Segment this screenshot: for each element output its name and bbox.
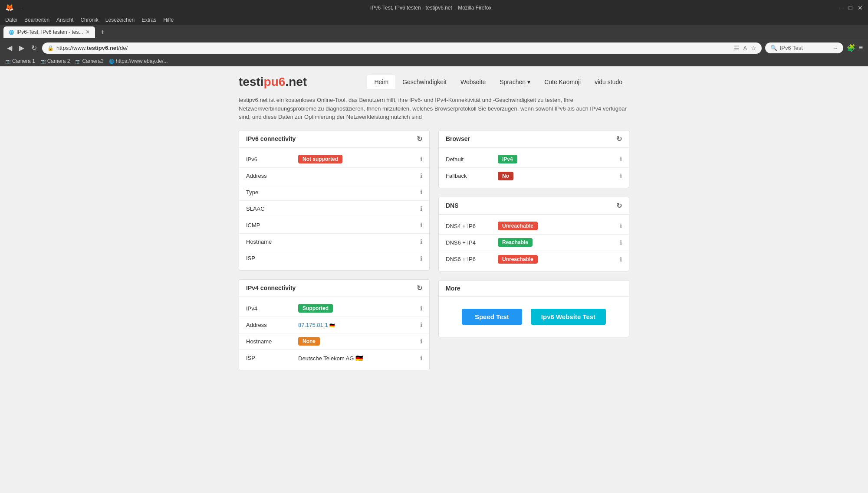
ipv6-refresh-button[interactable]: ↻ — [417, 135, 422, 143]
ipv4-badge: Supported — [298, 304, 333, 313]
nav-webseite[interactable]: Webseite — [454, 75, 493, 89]
address-bar[interactable]: 🔒 https://www.testipv6.net/de/ ☰ A ☆ — [42, 42, 762, 54]
ipv6-website-test-button[interactable]: Ipv6 Website Test — [531, 309, 606, 325]
ipv4-address-value: 87.175.81.1 🇩🇪 — [298, 322, 420, 328]
minimize-button[interactable]: ─ — [839, 4, 844, 11]
ipv6-type-label: Type — [246, 189, 298, 196]
logo-text: testi — [239, 75, 264, 88]
ipv6-label: IPv6 — [246, 156, 298, 163]
ipv4-address-row: Address 87.175.81.1 🇩🇪 ℹ — [239, 317, 429, 333]
browser-default-label: Default — [446, 156, 498, 163]
reader-view-icon[interactable]: ☰ — [734, 45, 740, 52]
browser-card: Browser ↻ Default IPv4 ℹ Fallback No — [438, 130, 629, 188]
active-tab[interactable]: 🌐 IPv6-Test, IPv6 testen - tes... ✕ — [3, 26, 95, 38]
ipv6-slaac-help-icon[interactable]: ℹ — [420, 205, 422, 212]
ipv6-address-help-icon[interactable]: ℹ — [420, 172, 422, 179]
bookmark-ebay[interactable]: 🌐 https://www.ebay.de/... — [109, 58, 168, 64]
search-bar[interactable]: 🔍 IPv6 Test → — [765, 42, 843, 53]
ipv6-help-icon[interactable]: ℹ — [420, 156, 422, 163]
site-nav: Heim Geschwindigkeit Webseite Sprachen ▾… — [367, 75, 629, 89]
ipv6-row: IPv6 Not supported ℹ — [239, 151, 429, 168]
ipv4-refresh-button[interactable]: ↻ — [417, 284, 422, 292]
ipv6-connectivity-card: IPv6 connectivity ↻ IPv6 Not supported ℹ… — [239, 130, 430, 271]
close-button[interactable]: ✕ — [858, 4, 863, 11]
menu-bar: Datei Bearbeiten Ansicht Chronik Lesezei… — [0, 15, 868, 25]
dns6-ip6-status: Unreachable — [498, 255, 620, 264]
menu-datei[interactable]: Datei — [5, 17, 17, 23]
ipv6-card-header: IPv6 connectivity ↻ — [239, 131, 429, 148]
dns-refresh-button[interactable]: ↻ — [616, 202, 622, 210]
ipv4-row: IPv4 Supported ℹ — [239, 300, 429, 317]
bookmark-camera1[interactable]: 📷 Camera 1 — [5, 58, 35, 64]
dropdown-arrow: ▾ — [527, 78, 530, 85]
dns4-ip6-help-icon[interactable]: ℹ — [620, 222, 622, 229]
ipv4-card-title: IPv4 connectivity — [246, 284, 296, 291]
hamburger-menu-icon[interactable]: ≡ — [859, 44, 863, 52]
dns6-ip6-label: DNS6 + IP6 — [446, 256, 498, 262]
speed-test-button[interactable]: Speed Test — [462, 309, 522, 325]
dns6-ip6-help-icon[interactable]: ℹ — [620, 256, 622, 263]
nav-sprachen[interactable]: Sprachen ▾ — [493, 75, 537, 89]
dns6-ip4-help-icon[interactable]: ℹ — [620, 239, 622, 246]
back-button[interactable]: ◀ — [5, 42, 14, 54]
menu-extras[interactable]: Extras — [141, 17, 156, 23]
ipv6-isp-help-icon[interactable]: ℹ — [420, 255, 422, 262]
bookmark-camera2[interactable]: 📷 Camera 2 — [40, 58, 70, 64]
tabs-bar: 🌐 IPv6-Test, IPv6 testen - tes... ✕ + — [0, 25, 868, 39]
dns6-ip4-label: DNS6 + IP4 — [446, 239, 498, 246]
search-submit-icon[interactable]: → — [832, 45, 838, 51]
extensions-icon[interactable]: 🧩 — [847, 44, 855, 52]
translate-icon[interactable]: A — [743, 45, 747, 52]
url-domain: testipv6.net — [87, 45, 118, 51]
ipv6-type-row: Type ℹ — [239, 184, 429, 201]
ipv4-hostname-help-icon[interactable]: ℹ — [420, 338, 422, 345]
ipv6-icmp-help-icon[interactable]: ℹ — [420, 222, 422, 229]
nav-geschwindigkeit[interactable]: Geschwindigkeit — [395, 75, 454, 89]
ipv6-icmp-label: ICMP — [246, 222, 298, 229]
more-card-title: More — [446, 285, 460, 292]
bookmark-camera3[interactable]: 📷 Camera3 — [75, 58, 103, 64]
dns6-ip4-status: Reachable — [498, 238, 620, 247]
ipv4-address-help-icon[interactable]: ℹ — [420, 321, 422, 328]
menu-chronik[interactable]: Chronik — [80, 17, 98, 23]
ipv4-help-icon[interactable]: ℹ — [420, 305, 422, 312]
nav-vidu-studo[interactable]: vidu studo — [588, 75, 629, 89]
browser-refresh-button[interactable]: ↻ — [616, 135, 622, 143]
nav-bar: ◀ ▶ ↻ 🔒 https://www.testipv6.net/de/ ☰ A… — [0, 39, 868, 56]
bookmark-star-icon[interactable]: ☆ — [751, 45, 756, 52]
ipv4-value: Supported — [298, 304, 420, 313]
window-minimize[interactable]: — — [17, 5, 23, 11]
menu-ansicht[interactable]: Ansicht — [56, 17, 73, 23]
nav-cute-kaomoji[interactable]: Cute Kaomoji — [537, 75, 588, 89]
ipv4-isp-label: ISP — [246, 355, 298, 361]
browser-fallback-label: Fallback — [446, 173, 498, 179]
more-buttons: Speed Test Ipv6 Website Test — [439, 300, 629, 333]
menu-bearbeiten[interactable]: Bearbeiten — [24, 17, 49, 23]
browser-card-title: Browser — [446, 135, 470, 142]
dns6-ip6-row: DNS6 + IP6 Unreachable ℹ — [439, 251, 629, 268]
menu-lesezeichen[interactable]: Lesezeichen — [105, 17, 135, 23]
dns-card-header: DNS ↻ — [439, 197, 629, 215]
browser-default-help-icon[interactable]: ℹ — [620, 156, 622, 163]
tab-close-button[interactable]: ✕ — [85, 29, 90, 35]
ipv4-card-body: IPv4 Supported ℹ Address 87.175.81.1 🇩🇪 … — [239, 297, 429, 370]
german-flag: 🇩🇪 — [329, 323, 335, 328]
right-column: Browser ↻ Default IPv4 ℹ Fallback No — [438, 130, 629, 370]
reload-button[interactable]: ↻ — [30, 42, 39, 54]
ipv6-type-help-icon[interactable]: ℹ — [420, 189, 422, 196]
bookmarks-bar: 📷 Camera 1 📷 Camera 2 📷 Camera3 🌐 https:… — [0, 56, 868, 66]
restore-button[interactable]: □ — [849, 4, 852, 11]
ipv4-address-link[interactable]: 87.175.81.1 🇩🇪 — [298, 322, 335, 328]
ipv4-isp-help-icon[interactable]: ℹ — [420, 355, 422, 362]
menu-hilfe[interactable]: Hilfe — [163, 17, 174, 23]
ipv6-isp-row: ISP ℹ — [239, 250, 429, 267]
new-tab-button[interactable]: + — [97, 26, 108, 38]
ipv6-hostname-row: Hostname ℹ — [239, 234, 429, 250]
ipv6-hostname-help-icon[interactable]: ℹ — [420, 238, 422, 245]
browser-fallback-help-icon[interactable]: ℹ — [620, 173, 622, 180]
firefox-icon: 🦊 — [5, 3, 14, 12]
logo-domain: .net — [285, 75, 307, 88]
nav-heim[interactable]: Heim — [367, 75, 395, 89]
lock-icon: 🔒 — [47, 45, 54, 51]
forward-button[interactable]: ▶ — [17, 42, 26, 54]
